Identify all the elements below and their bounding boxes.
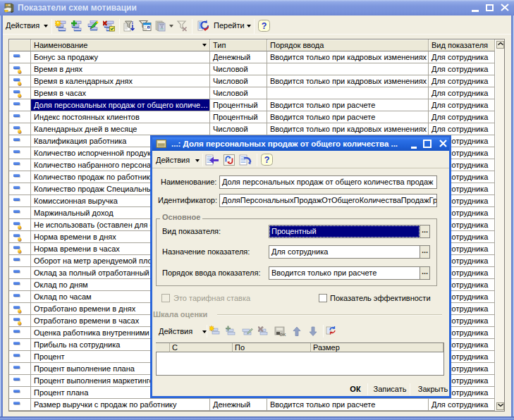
svg-text:?: ? — [262, 21, 267, 31]
svg-text:OK: OK — [280, 333, 287, 337]
svg-text:?: ? — [264, 155, 270, 165]
